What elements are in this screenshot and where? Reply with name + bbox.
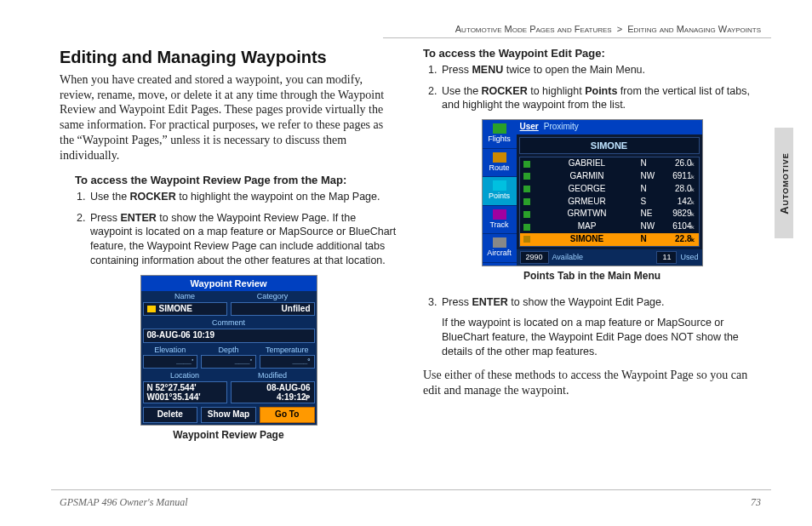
tab-user[interactable]: User [520, 122, 539, 133]
left-column: Editing and Managing Waypoints When you … [60, 47, 397, 475]
list-item[interactable]: MAPNW6104ₖ [520, 220, 699, 233]
fig-title: Waypoint Review [141, 276, 317, 291]
closing-paragraph: Use either of these methods to access th… [423, 368, 761, 398]
list-item[interactable]: SIMONEN22.8ₖ [520, 233, 699, 246]
list-item[interactable]: GRMEURS142ₖ [520, 196, 699, 209]
page-number: 73 [751, 496, 761, 509]
used-count: 11 [656, 251, 677, 265]
list-item[interactable]: GABRIELN26.0ₖ [520, 157, 699, 170]
tab-icon [493, 237, 506, 248]
right-column: To access the Waypoint Edit Page: Press … [423, 47, 761, 475]
side-tab-points[interactable]: Points [483, 177, 517, 206]
list-item[interactable]: GRMTWNNE9829ₖ [520, 208, 699, 220]
tab-icon [493, 123, 506, 134]
waypoint-icon [523, 224, 530, 231]
tab-proximity[interactable]: Proximity [544, 122, 579, 133]
breadcrumb-a: Automotive Mode Pages and Features [455, 24, 612, 34]
section-side-tab: Automotive [775, 128, 793, 238]
name-field[interactable]: SIMONE [519, 137, 700, 154]
subheading-edit: To access the Waypoint Edit Page: [423, 47, 761, 61]
steps-review: Use the ROCKER to highlight the waypoint… [71, 190, 397, 268]
side-tab-aircraft[interactable]: Aircraft [483, 234, 517, 263]
fig-caption-review: Waypoint Review Page [60, 429, 397, 442]
tab-icon [493, 209, 506, 220]
step-3-note: If the waypoint is located on a map feat… [442, 316, 761, 359]
tab-icon [493, 152, 506, 163]
waypoint-icon [523, 236, 530, 243]
fig-caption-points: Points Tab in the Main Menu [423, 270, 761, 283]
points-tab-figure: FlightsRoutePointsTrackAircraft User Pro… [482, 119, 703, 266]
side-tab-flights[interactable]: Flights [483, 120, 517, 149]
delete-button[interactable]: Delete [143, 407, 198, 423]
waypoint-icon [523, 161, 530, 168]
intro-paragraph: When you have created and stored a waypo… [60, 72, 397, 163]
steps-edit: Press MENU twice to open the Main Menu. … [423, 63, 761, 113]
breadcrumb-b: Editing and Managing Waypoints [627, 24, 761, 34]
waypoint-icon [523, 211, 530, 218]
side-tab-route[interactable]: Route [483, 149, 517, 178]
waypoint-icon [523, 173, 530, 180]
side-tab-track[interactable]: Track [483, 206, 517, 235]
step-1: Use the ROCKER to highlight the waypoint… [89, 190, 397, 204]
breadcrumb: Automotive Mode Pages and Features > Edi… [455, 24, 761, 34]
waypoint-icon [523, 186, 530, 192]
tab-icon [493, 180, 506, 191]
step-2: Use the ROCKER to highlight Points from … [440, 84, 761, 113]
waypoint-review-figure: Waypoint Review Name SIMONE Category Unf… [140, 275, 317, 426]
section-title: Editing and Managing Waypoints [60, 47, 397, 69]
list-item[interactable]: GEORGEN28.0ₖ [520, 183, 699, 196]
waypoint-icon [523, 198, 530, 205]
list-item[interactable]: GARMINNW6911ₖ [520, 170, 699, 183]
footer-manual-name: GPSMAP 496 Owner's Manual [60, 496, 188, 509]
available-count: 2990 [520, 251, 549, 265]
goto-button[interactable]: Go To [260, 407, 315, 423]
step-3: Press ENTER to show the Waypoint Edit Pa… [440, 295, 761, 360]
show-map-button[interactable]: Show Map [201, 407, 256, 423]
subheading-review: To access the Waypoint Review Page from … [75, 174, 397, 188]
flag-icon [147, 306, 156, 312]
step-1: Press MENU twice to open the Main Menu. [440, 63, 761, 77]
step-2: Press ENTER to show the Waypoint Review … [89, 211, 397, 269]
